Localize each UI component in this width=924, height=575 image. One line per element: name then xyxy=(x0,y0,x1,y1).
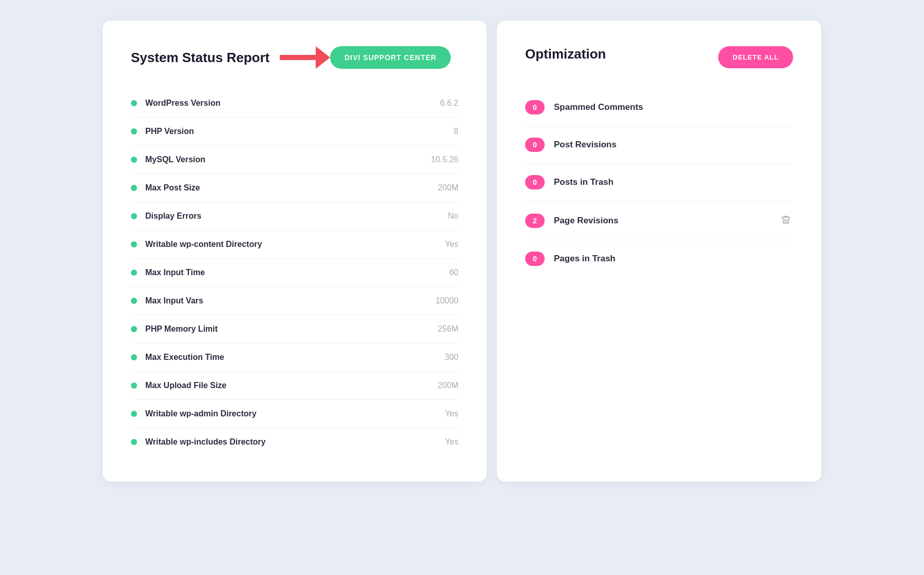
opt-badge: 0 xyxy=(525,138,545,152)
status-dot xyxy=(131,382,137,389)
status-item: PHP Memory Limit 256M xyxy=(131,315,458,343)
opt-label: Post Revisions xyxy=(554,140,793,150)
delete-all-button[interactable]: DELETE ALL xyxy=(718,46,793,68)
trash-button[interactable] xyxy=(779,213,793,228)
status-value: 200M xyxy=(438,381,458,390)
status-item-left: Writable wp-content Directory xyxy=(131,240,262,249)
status-label: Max Post Size xyxy=(145,183,200,193)
status-item-left: PHP Version xyxy=(131,127,194,136)
opt-item: 0 Pages in Trash xyxy=(525,240,793,277)
status-dot xyxy=(131,439,137,445)
status-value: 8 xyxy=(454,127,458,136)
status-label: Display Errors xyxy=(145,212,201,221)
system-status-title: System Status Report xyxy=(131,50,270,66)
arrow-shape xyxy=(280,46,330,69)
opt-label: Spammed Comments xyxy=(554,102,793,112)
arrow-body xyxy=(280,55,316,60)
status-item: Display Errors No xyxy=(131,202,458,231)
status-item-left: MySQL Version xyxy=(131,155,205,164)
status-item-left: Max Execution Time xyxy=(131,353,224,362)
status-dot xyxy=(131,128,137,135)
divi-support-center-button[interactable]: DIVI SUPPORT CENTER xyxy=(330,46,451,69)
status-dot xyxy=(131,298,137,304)
status-label: PHP Memory Limit xyxy=(145,324,218,334)
status-value: Yes xyxy=(445,409,458,418)
optimization-title: Optimization xyxy=(525,46,606,62)
opt-label: Page Revisions xyxy=(554,216,769,226)
status-dot xyxy=(131,157,137,163)
opt-item: 0 Posts in Trash xyxy=(525,164,793,201)
arrow-button-wrapper: DIVI SUPPORT CENTER xyxy=(280,46,451,69)
status-list: WordPress Version 6.6.2 PHP Version 8 My… xyxy=(131,89,458,456)
status-item-left: Max Post Size xyxy=(131,183,200,193)
status-dot xyxy=(131,185,137,191)
status-item: MySQL Version 10.5.26 xyxy=(131,146,458,174)
status-item: Max Input Time 60 xyxy=(131,259,458,287)
status-dot xyxy=(131,411,137,417)
status-item: Max Upload File Size 200M xyxy=(131,372,458,400)
status-item-left: Writable wp-admin Directory xyxy=(131,409,257,418)
status-dot xyxy=(131,354,137,360)
status-label: Max Input Vars xyxy=(145,296,203,305)
status-item-left: PHP Memory Limit xyxy=(131,324,218,334)
status-item-left: Max Input Vars xyxy=(131,296,203,305)
opt-label: Posts in Trash xyxy=(554,177,793,187)
optimization-list: 0 Spammed Comments 0 Post Revisions 0 Po… xyxy=(525,89,793,277)
status-label: Writable wp-content Directory xyxy=(145,240,262,249)
status-label: Max Upload File Size xyxy=(145,381,226,390)
status-value: No xyxy=(448,212,458,221)
opt-badge: 0 xyxy=(525,252,545,266)
status-item-left: Max Upload File Size xyxy=(131,381,226,390)
status-dot xyxy=(131,326,137,332)
status-item: Writable wp-content Directory Yes xyxy=(131,231,458,259)
status-dot xyxy=(131,270,137,276)
status-item-left: Max Input Time xyxy=(131,268,205,277)
status-item-left: Display Errors xyxy=(131,212,201,221)
status-label: WordPress Version xyxy=(145,99,220,108)
status-label: Writable wp-admin Directory xyxy=(145,409,257,418)
status-label: Max Input Time xyxy=(145,268,205,277)
arrow-head xyxy=(316,46,330,69)
optimization-card: Optimization DELETE ALL 0 Spammed Commen… xyxy=(497,21,821,482)
opt-label: Pages in Trash xyxy=(554,254,793,264)
status-label: MySQL Version xyxy=(145,155,205,164)
status-label: PHP Version xyxy=(145,127,194,136)
status-item-left: Writable wp-includes Directory xyxy=(131,437,265,447)
status-value: 10.5.26 xyxy=(431,155,458,164)
status-item-left: WordPress Version xyxy=(131,99,220,108)
status-item: Writable wp-includes Directory Yes xyxy=(131,428,458,456)
status-value: 10000 xyxy=(436,296,459,305)
right-header: Optimization DELETE ALL xyxy=(525,46,793,68)
status-item: Max Input Vars 10000 xyxy=(131,287,458,315)
status-dot xyxy=(131,213,137,219)
status-item: WordPress Version 6.6.2 xyxy=(131,89,458,118)
status-value: 200M xyxy=(438,183,458,193)
opt-item: 0 Post Revisions xyxy=(525,126,793,164)
status-label: Max Execution Time xyxy=(145,353,224,362)
status-item: Max Post Size 200M xyxy=(131,174,458,202)
status-dot xyxy=(131,241,137,247)
page-wrapper: System Status Report DIVI SUPPORT CENTER… xyxy=(103,21,821,482)
status-item: Max Execution Time 300 xyxy=(131,343,458,372)
status-value: 256M xyxy=(438,324,458,334)
opt-item: 0 Spammed Comments xyxy=(525,89,793,126)
opt-badge: 2 xyxy=(525,214,545,228)
status-value: Yes xyxy=(445,437,458,447)
opt-item: 2 Page Revisions xyxy=(525,201,793,240)
opt-badge: 0 xyxy=(525,175,545,189)
status-value: Yes xyxy=(445,240,458,249)
left-header: System Status Report DIVI SUPPORT CENTER xyxy=(131,46,458,69)
status-item: PHP Version 8 xyxy=(131,118,458,146)
status-label: Writable wp-includes Directory xyxy=(145,437,265,447)
status-value: 300 xyxy=(445,353,458,362)
status-value: 60 xyxy=(449,268,458,277)
opt-badge: 0 xyxy=(525,100,545,114)
status-item: Writable wp-admin Directory Yes xyxy=(131,400,458,428)
status-value: 6.6.2 xyxy=(440,99,458,108)
system-status-card: System Status Report DIVI SUPPORT CENTER… xyxy=(103,21,487,482)
status-dot xyxy=(131,100,137,106)
